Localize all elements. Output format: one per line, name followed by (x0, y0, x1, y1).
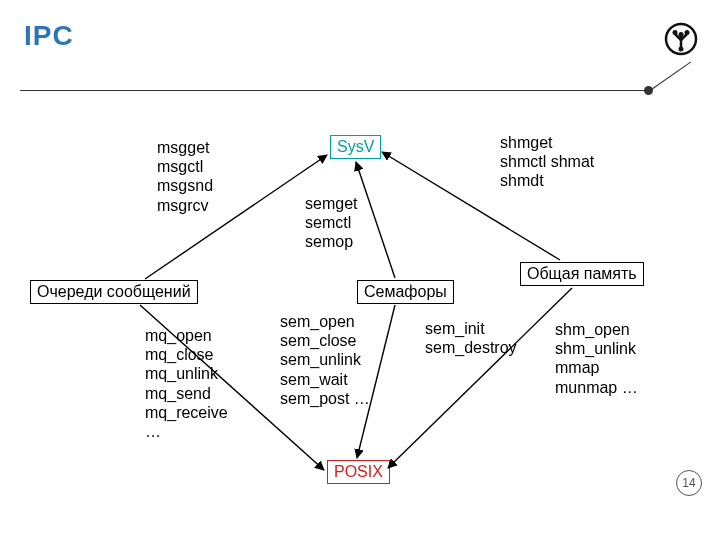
node-semaphores: Семафоры (357, 280, 454, 304)
page-number: 14 (676, 470, 702, 496)
svg-line-13 (388, 288, 572, 468)
svg-point-7 (679, 32, 684, 37)
api-sem-unnamed-posix: sem_init sem_destroy (425, 319, 533, 357)
api-msg-sysv: msgget msgctl msgsnd msgrcv (157, 138, 253, 215)
api-sem-sysv: semget semctl semop (305, 194, 401, 252)
svg-point-6 (685, 30, 690, 35)
svg-point-5 (673, 30, 678, 35)
api-mq-posix: mq_open mq_close mq_unlink mq_send mq_re… (145, 326, 241, 441)
svg-point-4 (679, 47, 684, 52)
api-sem-named-posix: sem_open sem_close sem_unlink sem_wait s… (280, 312, 388, 408)
logo-icon (664, 22, 698, 56)
node-sysv: SysV (330, 135, 381, 159)
header-rule-tail (650, 61, 692, 90)
api-shm-sysv: shmget shmctl shmat shmdt (500, 133, 596, 191)
header-rule (20, 90, 650, 91)
api-shm-posix: shm_open shm_unlink mmap munmap … (555, 320, 651, 397)
node-message-queues: Очереди сообщений (30, 280, 198, 304)
node-posix: POSIX (327, 460, 390, 484)
slide-title: IPC (24, 20, 74, 52)
node-shared-memory: Общая память (520, 262, 644, 286)
